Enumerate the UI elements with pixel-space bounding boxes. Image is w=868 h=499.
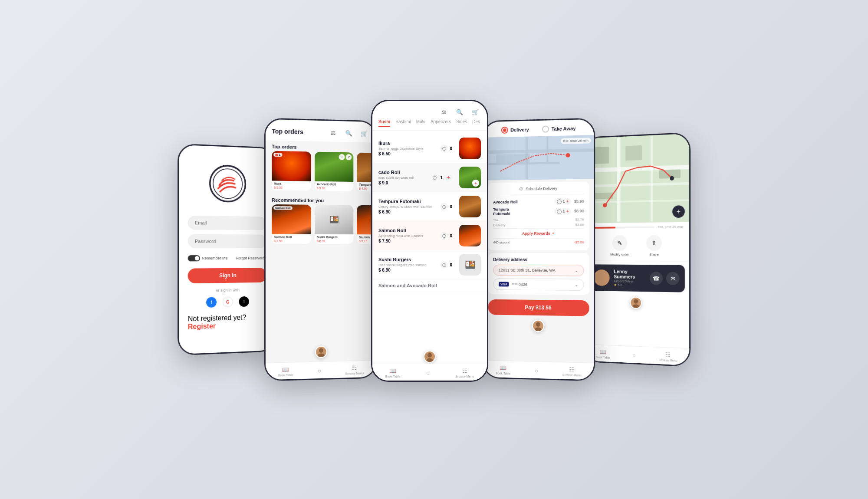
remember-toggle[interactable] <box>188 255 200 261</box>
svg-point-3 <box>319 348 323 352</box>
avocado-overlay-btn[interactable]: + <box>472 180 479 187</box>
card-input[interactable]: VISA **** 0426 ⌄ <box>493 278 584 290</box>
address-chevron: ⌄ <box>575 268 578 272</box>
driver-name: Lenny Summers <box>614 269 645 280</box>
salmon-roll-price: $ 7.50 <box>378 239 436 243</box>
cat-home-icon: ○ <box>426 370 430 376</box>
food-card-ikura[interactable]: 1 Ikura $ 5.50 <box>272 151 311 191</box>
tempura-order-plus[interactable]: + <box>566 209 569 213</box>
driver-avatar-svg <box>594 269 609 286</box>
food-card-burgers[interactable]: 🍱 Sushi Burgers $ 6.90 <box>315 205 353 244</box>
avocado-order-plus[interactable]: + <box>566 199 569 204</box>
tempura-order-minus[interactable]: ◯ <box>557 209 562 213</box>
delivery-radio-inner <box>503 128 506 132</box>
modify-icon: ✎ <box>612 235 627 251</box>
progress-bar <box>590 226 654 228</box>
burgers-qty-val: 0 <box>450 263 452 267</box>
facebook-icon[interactable]: f <box>206 297 217 308</box>
nav-book-table[interactable]: 📖 Book Table <box>278 366 293 377</box>
call-driver-btn[interactable]: ☎ <box>650 272 663 285</box>
forgot-password-link[interactable]: Forgot Password? <box>236 256 267 260</box>
tracking-nav-book[interactable]: 📖 Book Table <box>595 348 610 359</box>
message-driver-btn[interactable]: ✉ <box>666 272 679 286</box>
tracking-nav-browse[interactable]: ☷ Browse Menu <box>659 351 677 362</box>
avocado-order-minus[interactable]: ◯ <box>557 199 562 204</box>
email-input[interactable] <box>188 216 267 230</box>
tracking-nav-home[interactable]: ○ <box>632 352 636 358</box>
salmon-roll-qty-val: 0 <box>450 233 452 238</box>
delivery-option[interactable]: Delivery <box>501 126 529 134</box>
address-input[interactable]: 12611 SE 38th St., Bellevue, WA ⌄ <box>493 265 584 276</box>
svg-point-30 <box>634 299 638 303</box>
signin-button[interactable]: Sign In <box>188 268 267 283</box>
register-link[interactable]: Register <box>188 322 216 331</box>
menu-icon: ☷ <box>352 364 357 371</box>
salmon-roll-qty-ctrl: ◯ 0 <box>440 232 452 240</box>
modify-order-btn[interactable]: ✎ Modify order <box>610 235 629 256</box>
cat-nav-browse[interactable]: ☷ Browse Menu <box>455 368 474 378</box>
tab-sushi[interactable]: Sushi <box>378 119 390 127</box>
tempura-price: $ 6.90 <box>378 210 436 214</box>
visa-badge: VISA <box>499 282 509 286</box>
book-icon: 📖 <box>282 366 289 373</box>
tab-des[interactable]: Des <box>472 119 480 127</box>
tracking-screen: + Est. time 25 min ✎ Modify order ⇧ Shar… <box>585 134 689 365</box>
delivery-radio[interactable] <box>501 127 508 134</box>
cat-user-avatar[interactable] <box>424 351 436 363</box>
actions-row: ✎ Modify order ⇧ Share <box>585 230 689 261</box>
delivery-fee-label: Delivery <box>493 223 505 227</box>
food-card-salmon[interactable]: Salmon Roll Salmon Roll $ 7.50 <box>272 204 311 244</box>
user-avatar[interactable] <box>315 346 327 358</box>
burgers-price-cat: $ 6.90 <box>378 268 436 272</box>
filter-icon[interactable]: ⚖ <box>328 127 339 138</box>
checkout-nav-book[interactable]: 📖 Book Table <box>496 364 510 375</box>
nav-home[interactable]: ○ <box>318 368 321 374</box>
tracking-user-avatar[interactable] <box>630 297 642 309</box>
avocado-info: cado Roll ious sushi avocado roll $ 9.0 <box>378 170 426 185</box>
takeaway-option[interactable]: Take Away <box>542 125 576 133</box>
tempura-minus[interactable]: ◯ <box>440 203 448 210</box>
bottom-nav: 📖 Book Table ○ ☷ Browse Menu <box>266 360 375 380</box>
filter-btn[interactable]: ⚖ <box>438 106 450 118</box>
register-row: Not registered yet? Register <box>188 313 267 331</box>
apply-rewards-btn[interactable]: Apply Rewards + <box>493 228 584 239</box>
checkout-user-avatar[interactable] <box>532 320 544 332</box>
svg-point-4 <box>318 353 324 357</box>
cart-icon[interactable]: 🛒 <box>358 128 369 139</box>
ikura-minus[interactable]: ◯ <box>440 144 448 152</box>
burgers-minus[interactable]: ◯ <box>440 261 448 269</box>
search-icon[interactable]: 🔍 <box>343 127 355 138</box>
checkout-nav-home[interactable]: ○ <box>535 367 538 374</box>
nav-browse-menu[interactable]: ☷ Browse Menu <box>345 364 364 375</box>
share-btn[interactable]: ⇧ Share <box>646 235 662 256</box>
avocado-plus[interactable]: + <box>444 174 452 181</box>
password-input[interactable] <box>188 234 267 248</box>
food-card-avocado[interactable]: ♡ ↗ Avocado Roll $ 9.90 <box>315 152 353 191</box>
svg-point-31 <box>633 304 639 308</box>
google-icon[interactable]: G <box>223 297 233 307</box>
menu-item-salmon-avocado: Salmon and Avocado Roll <box>372 279 487 292</box>
apple-icon[interactable]:  <box>239 296 249 307</box>
tab-appetizers[interactable]: Appetizers <box>431 119 451 127</box>
cat-nav-book[interactable]: 📖 Book Table <box>385 368 401 378</box>
takeaway-radio[interactable] <box>542 125 549 132</box>
salmon-roll-info: Salmon Roll Appetizing Maki with Salmon … <box>378 228 436 243</box>
phone-menu: Top orders ⚖ 🔍 🛒 Top orders 1 Ikura <box>264 118 377 381</box>
share-icon: ↗ <box>346 154 352 160</box>
tax-line: Tax $2.76 <box>493 217 584 222</box>
salmon-roll-minus[interactable]: ◯ <box>440 232 448 240</box>
pay-button[interactable]: Pay $13.56 <box>488 299 589 316</box>
cart-btn[interactable]: 🛒 <box>470 106 481 118</box>
ikura-qty-ctrl: ◯ 0 <box>440 144 452 152</box>
avocado-minus[interactable]: ◯ <box>431 174 438 181</box>
driver-info: Lenny Summers Expert Driver ★ 5.0 <box>614 269 645 288</box>
tab-sides[interactable]: Sides <box>456 119 467 127</box>
tab-maki[interactable]: Maki <box>416 119 425 127</box>
tax-value: $2.76 <box>575 217 584 221</box>
checkout-avatar-wrap <box>484 317 594 334</box>
checkout-nav-browse[interactable]: ☷ Browse Menu <box>562 366 581 377</box>
phone-checkout: Delivery Take Away <box>483 118 595 381</box>
tab-sashimi[interactable]: Sashimi <box>395 119 411 127</box>
search-btn[interactable]: 🔍 <box>454 106 465 118</box>
cat-nav-home[interactable]: ○ <box>426 370 430 376</box>
